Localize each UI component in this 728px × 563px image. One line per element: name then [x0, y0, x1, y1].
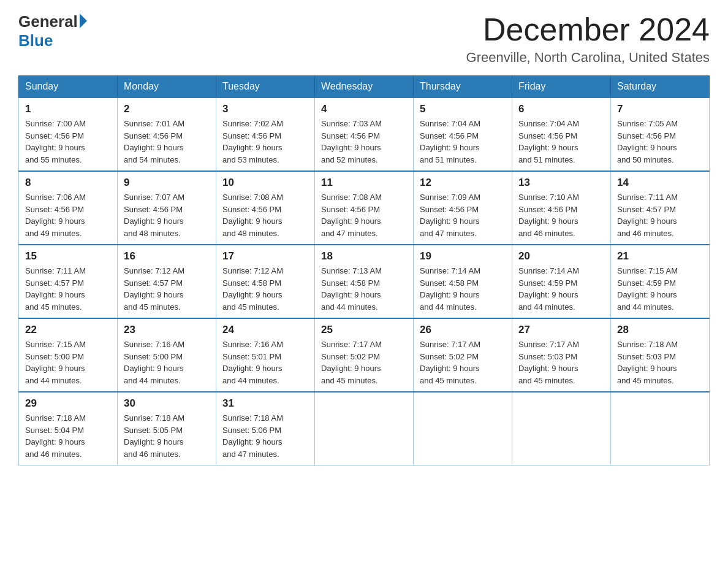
calendar-cell: 27Sunrise: 7:17 AMSunset: 5:03 PMDayligh…: [512, 318, 611, 392]
calendar-cell: 24Sunrise: 7:16 AMSunset: 5:01 PMDayligh…: [216, 318, 315, 392]
day-number: 24: [222, 324, 308, 336]
calendar-cell: 5Sunrise: 7:04 AMSunset: 4:56 PMDaylight…: [414, 98, 512, 171]
day-info: Sunrise: 7:12 AMSunset: 4:57 PMDaylight:…: [124, 265, 210, 313]
day-number: 22: [25, 324, 111, 336]
calendar-cell: 20Sunrise: 7:14 AMSunset: 4:59 PMDayligh…: [512, 245, 611, 318]
title-area: December 2024 Greenville, North Carolina…: [466, 12, 710, 66]
day-info: Sunrise: 7:18 AMSunset: 5:06 PMDaylight:…: [222, 412, 308, 460]
day-info: Sunrise: 7:17 AMSunset: 5:03 PMDaylight:…: [518, 339, 604, 386]
day-number: 26: [420, 324, 506, 336]
day-number: 1: [25, 103, 111, 115]
day-info: Sunrise: 7:15 AMSunset: 4:59 PMDaylight:…: [617, 265, 703, 313]
calendar-cell: 8Sunrise: 7:06 AMSunset: 4:56 PMDaylight…: [19, 171, 118, 245]
day-info: Sunrise: 7:01 AMSunset: 4:56 PMDaylight:…: [124, 118, 210, 166]
day-number: 14: [617, 177, 703, 189]
calendar-cell: 25Sunrise: 7:17 AMSunset: 5:02 PMDayligh…: [315, 318, 414, 392]
calendar-cell: [611, 392, 710, 465]
day-info: Sunrise: 7:11 AMSunset: 4:57 PMDaylight:…: [25, 265, 111, 313]
calendar-week-row: 29Sunrise: 7:18 AMSunset: 5:04 PMDayligh…: [19, 392, 710, 465]
day-number: 18: [321, 250, 407, 262]
day-number: 27: [518, 324, 604, 336]
day-info: Sunrise: 7:06 AMSunset: 4:56 PMDaylight:…: [25, 191, 111, 239]
day-header-friday: Friday: [512, 76, 611, 98]
day-number: 23: [124, 324, 210, 336]
day-info: Sunrise: 7:07 AMSunset: 4:56 PMDaylight:…: [124, 191, 210, 239]
calendar-cell: 31Sunrise: 7:18 AMSunset: 5:06 PMDayligh…: [216, 392, 315, 465]
day-info: Sunrise: 7:10 AMSunset: 4:56 PMDaylight:…: [518, 191, 604, 239]
day-header-saturday: Saturday: [611, 76, 710, 98]
day-info: Sunrise: 7:11 AMSunset: 4:57 PMDaylight:…: [617, 191, 703, 239]
location-title: Greenville, North Carolina, United State…: [466, 50, 710, 66]
header: General Blue December 2024 Greenville, N…: [18, 12, 710, 66]
calendar-cell: 1Sunrise: 7:00 AMSunset: 4:56 PMDaylight…: [19, 98, 118, 171]
day-info: Sunrise: 7:00 AMSunset: 4:56 PMDaylight:…: [25, 118, 111, 166]
day-info: Sunrise: 7:03 AMSunset: 4:56 PMDaylight:…: [321, 118, 407, 166]
calendar-cell: [414, 392, 512, 465]
day-info: Sunrise: 7:13 AMSunset: 4:58 PMDaylight:…: [321, 265, 407, 313]
day-info: Sunrise: 7:17 AMSunset: 5:02 PMDaylight:…: [321, 339, 407, 386]
day-number: 31: [222, 397, 308, 410]
day-number: 19: [420, 250, 506, 262]
day-info: Sunrise: 7:09 AMSunset: 4:56 PMDaylight:…: [420, 191, 506, 239]
day-number: 11: [321, 177, 407, 189]
day-info: Sunrise: 7:18 AMSunset: 5:04 PMDaylight:…: [25, 412, 111, 460]
calendar-cell: 6Sunrise: 7:04 AMSunset: 4:56 PMDaylight…: [512, 98, 611, 171]
calendar-cell: 10Sunrise: 7:08 AMSunset: 4:56 PMDayligh…: [216, 171, 315, 245]
day-number: 2: [124, 103, 210, 115]
calendar-week-row: 1Sunrise: 7:00 AMSunset: 4:56 PMDaylight…: [19, 98, 710, 171]
day-number: 30: [124, 397, 210, 410]
calendar-week-row: 15Sunrise: 7:11 AMSunset: 4:57 PMDayligh…: [19, 245, 710, 318]
calendar-cell: 19Sunrise: 7:14 AMSunset: 4:58 PMDayligh…: [414, 245, 512, 318]
day-info: Sunrise: 7:05 AMSunset: 4:56 PMDaylight:…: [617, 118, 703, 166]
day-number: 21: [617, 250, 703, 262]
day-header-tuesday: Tuesday: [216, 76, 315, 98]
day-number: 15: [25, 250, 111, 262]
day-header-thursday: Thursday: [414, 76, 512, 98]
day-info: Sunrise: 7:18 AMSunset: 5:05 PMDaylight:…: [124, 412, 210, 460]
day-number: 17: [222, 250, 308, 262]
day-info: Sunrise: 7:04 AMSunset: 4:56 PMDaylight:…: [420, 118, 506, 166]
calendar-cell: 9Sunrise: 7:07 AMSunset: 4:56 PMDaylight…: [118, 171, 216, 245]
day-number: 4: [321, 103, 407, 115]
logo-general-text: General: [18, 12, 78, 31]
logo-blue-text: Blue: [18, 31, 53, 50]
calendar-cell: 15Sunrise: 7:11 AMSunset: 4:57 PMDayligh…: [19, 245, 118, 318]
day-info: Sunrise: 7:17 AMSunset: 5:02 PMDaylight:…: [420, 339, 506, 386]
day-info: Sunrise: 7:16 AMSunset: 5:00 PMDaylight:…: [124, 339, 210, 386]
day-info: Sunrise: 7:16 AMSunset: 5:01 PMDaylight:…: [222, 339, 308, 386]
calendar-cell: 16Sunrise: 7:12 AMSunset: 4:57 PMDayligh…: [118, 245, 216, 318]
calendar-cell: 17Sunrise: 7:12 AMSunset: 4:58 PMDayligh…: [216, 245, 315, 318]
calendar-cell: 28Sunrise: 7:18 AMSunset: 5:03 PMDayligh…: [611, 318, 710, 392]
day-number: 16: [124, 250, 210, 262]
day-info: Sunrise: 7:18 AMSunset: 5:03 PMDaylight:…: [617, 339, 703, 386]
day-number: 28: [617, 324, 703, 336]
day-number: 8: [25, 177, 111, 189]
day-number: 25: [321, 324, 407, 336]
calendar-cell: 18Sunrise: 7:13 AMSunset: 4:58 PMDayligh…: [315, 245, 414, 318]
calendar-cell: 30Sunrise: 7:18 AMSunset: 5:05 PMDayligh…: [118, 392, 216, 465]
calendar-cell: [512, 392, 611, 465]
calendar-cell: 4Sunrise: 7:03 AMSunset: 4:56 PMDaylight…: [315, 98, 414, 171]
day-number: 12: [420, 177, 506, 189]
day-number: 3: [222, 103, 308, 115]
calendar-cell: [315, 392, 414, 465]
calendar-cell: 14Sunrise: 7:11 AMSunset: 4:57 PMDayligh…: [611, 171, 710, 245]
day-header-wednesday: Wednesday: [315, 76, 414, 98]
day-header-monday: Monday: [118, 76, 216, 98]
calendar-table: SundayMondayTuesdayWednesdayThursdayFrid…: [18, 75, 710, 465]
logo-arrow-icon: [80, 13, 87, 28]
logo: General Blue: [18, 12, 87, 50]
calendar-week-row: 8Sunrise: 7:06 AMSunset: 4:56 PMDaylight…: [19, 171, 710, 245]
calendar-header-row: SundayMondayTuesdayWednesdayThursdayFrid…: [19, 76, 710, 98]
calendar-cell: 21Sunrise: 7:15 AMSunset: 4:59 PMDayligh…: [611, 245, 710, 318]
day-number: 7: [617, 103, 703, 115]
calendar-cell: 11Sunrise: 7:08 AMSunset: 4:56 PMDayligh…: [315, 171, 414, 245]
calendar-cell: 22Sunrise: 7:15 AMSunset: 5:00 PMDayligh…: [19, 318, 118, 392]
calendar-cell: 23Sunrise: 7:16 AMSunset: 5:00 PMDayligh…: [118, 318, 216, 392]
day-number: 20: [518, 250, 604, 262]
calendar-cell: 7Sunrise: 7:05 AMSunset: 4:56 PMDaylight…: [611, 98, 710, 171]
calendar-week-row: 22Sunrise: 7:15 AMSunset: 5:00 PMDayligh…: [19, 318, 710, 392]
day-info: Sunrise: 7:04 AMSunset: 4:56 PMDaylight:…: [518, 118, 604, 166]
day-info: Sunrise: 7:14 AMSunset: 4:59 PMDaylight:…: [518, 265, 604, 313]
calendar-cell: 13Sunrise: 7:10 AMSunset: 4:56 PMDayligh…: [512, 171, 611, 245]
